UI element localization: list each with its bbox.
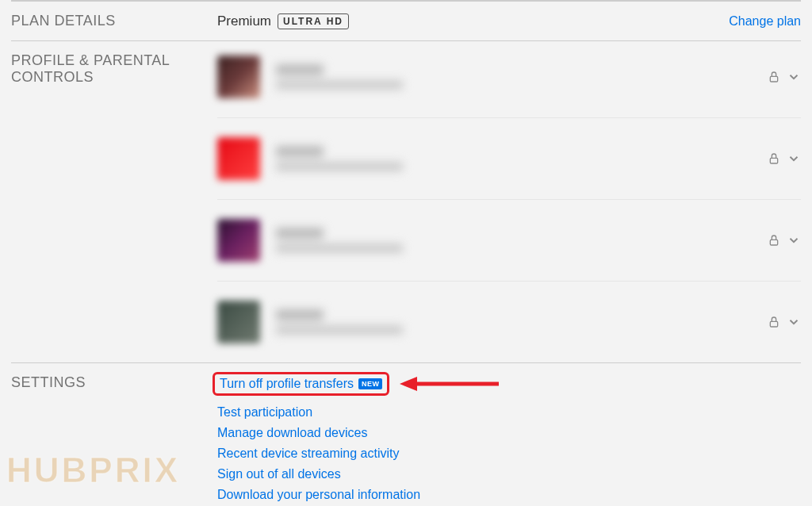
manage-download-devices-link[interactable]: Manage download devices xyxy=(217,426,367,440)
svg-rect-1 xyxy=(770,158,777,163)
sign-out-all-devices-link[interactable]: Sign out of all devices xyxy=(217,467,341,481)
lock-icon xyxy=(768,71,780,83)
turn-off-profile-transfers-link[interactable]: Turn off profile transfers NEW xyxy=(220,377,382,391)
test-participation-link[interactable]: Test participation xyxy=(217,405,312,420)
ultrahd-badge: ULTRA HD xyxy=(278,13,349,29)
recent-streaming-activity-link[interactable]: Recent device streaming activity xyxy=(217,447,399,461)
profile-row[interactable] xyxy=(217,282,801,362)
profile-info xyxy=(276,64,768,90)
profile-info xyxy=(276,309,768,335)
profile-row[interactable] xyxy=(217,200,801,282)
highlight-annotation: Turn off profile transfers NEW xyxy=(213,372,389,396)
profile-info xyxy=(276,146,768,171)
svg-rect-0 xyxy=(770,76,777,82)
profile-row[interactable] xyxy=(217,52,801,118)
link-text: Turn off profile transfers xyxy=(220,377,354,391)
plan-details-section: PLAN DETAILS Premium ULTRA HD Change pla… xyxy=(11,1,801,40)
profile-info xyxy=(276,228,768,253)
profile-parental-label: PROFILE & PARENTAL CONTROLS xyxy=(11,52,217,362)
plan-content: Premium ULTRA HD xyxy=(217,13,729,29)
lock-icon xyxy=(768,316,780,328)
svg-rect-3 xyxy=(770,321,777,327)
avatar xyxy=(217,137,260,180)
avatar xyxy=(217,56,260,98)
chevron-down-icon[interactable] xyxy=(787,315,801,329)
plan-details-label: PLAN DETAILS xyxy=(11,13,217,29)
plan-name: Premium xyxy=(217,13,271,29)
change-plan-link[interactable]: Change plan xyxy=(729,14,801,28)
profile-parental-section: PROFILE & PARENTAL CONTROLS xyxy=(11,40,801,362)
new-badge: NEW xyxy=(358,378,383,389)
svg-rect-2 xyxy=(770,240,777,245)
avatar xyxy=(217,301,260,343)
download-personal-info-link[interactable]: Download your personal information xyxy=(217,488,420,502)
lock-icon xyxy=(768,152,780,165)
chevron-down-icon[interactable] xyxy=(787,233,801,247)
avatar xyxy=(217,219,260,262)
chevron-down-icon[interactable] xyxy=(787,70,801,84)
lock-icon xyxy=(768,234,780,247)
chevron-down-icon[interactable] xyxy=(787,151,801,166)
profile-row[interactable] xyxy=(217,118,801,200)
watermark: HUBPRIX xyxy=(6,450,180,490)
